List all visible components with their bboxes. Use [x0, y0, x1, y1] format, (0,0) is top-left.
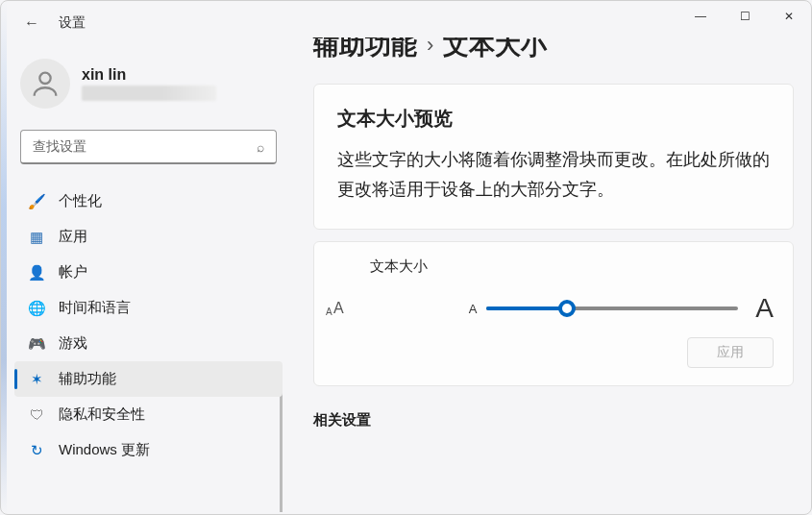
sidebar-item-gaming[interactable]: 🎮游戏 — [14, 326, 283, 361]
slider-fill — [486, 307, 567, 310]
preview-text: 这些文字的大小将随着你调整滑块而更改。在此处所做的更改将适用于设备上的大部分文字… — [337, 145, 770, 204]
sidebar-item-time-language[interactable]: 🌐时间和语言 — [14, 290, 283, 326]
sidebar: xin lin 查找设置 ⌕ 🖌️个性化▦应用👤帐户🌐时间和语言🎮游戏✶辅助功能… — [1, 37, 294, 512]
breadcrumb-current: 文本大小 — [443, 37, 547, 62]
back-button[interactable]: ← — [18, 11, 45, 36]
breadcrumb: 辅助功能 › 文本大小 — [313, 37, 794, 62]
preview-card: 文本大小预览 这些文字的大小将随着你调整滑块而更改。在此处所做的更改将适用于设备… — [313, 84, 794, 230]
accounts-icon: 👤 — [28, 264, 45, 282]
personalization-icon: 🖌️ — [28, 193, 45, 210]
slider-label: 文本大小 — [370, 258, 774, 276]
nav-list: 🖌️个性化▦应用👤帐户🌐时间和语言🎮游戏✶辅助功能🛡隐私和安全性↻Windows… — [14, 184, 283, 468]
sidebar-item-label: 辅助功能 — [59, 370, 116, 388]
search-input[interactable]: 查找设置 ⌕ — [20, 130, 277, 164]
sidebar-item-apps[interactable]: ▦应用 — [14, 219, 283, 255]
time-language-icon: 🌐 — [28, 300, 45, 317]
svg-point-0 — [39, 73, 50, 84]
privacy-icon: 🛡 — [28, 406, 45, 424]
sidebar-item-label: 游戏 — [59, 334, 87, 353]
profile-name: xin lin — [82, 66, 216, 84]
close-button[interactable]: ✕ — [767, 1, 811, 32]
maximize-button[interactable]: ☐ — [723, 1, 767, 32]
sidebar-item-label: 个性化 — [59, 192, 102, 210]
accessibility-icon: ✶ — [28, 371, 45, 388]
apply-button[interactable]: 应用 — [687, 337, 774, 368]
search-placeholder: 查找设置 — [33, 138, 257, 156]
slider-min-label: A — [469, 302, 478, 316]
apps-icon: ▦ — [28, 229, 45, 246]
sidebar-item-label: Windows 更新 — [59, 441, 150, 459]
gaming-icon: 🎮 — [28, 335, 45, 353]
sidebar-item-personalization[interactable]: 🖌️个性化 — [14, 184, 283, 219]
chevron-right-icon: › — [427, 37, 433, 58]
preview-title: 文本大小预览 — [337, 106, 770, 132]
sidebar-item-update[interactable]: ↻Windows 更新 — [14, 432, 283, 468]
minimize-button[interactable]: — — [678, 1, 723, 32]
breadcrumb-parent[interactable]: 辅助功能 — [313, 37, 417, 62]
sidebar-item-label: 隐私和安全性 — [59, 405, 145, 424]
sidebar-item-privacy[interactable]: 🛡隐私和安全性 — [14, 397, 283, 432]
slider-max-label: A — [755, 293, 774, 324]
text-size-icon: A — [333, 300, 344, 317]
profile-section[interactable]: xin lin — [14, 47, 283, 126]
sidebar-item-accounts[interactable]: 👤帐户 — [14, 255, 283, 290]
profile-email — [82, 86, 216, 101]
avatar — [20, 59, 70, 109]
text-size-card: 文本大小 A A A 应用 — [313, 241, 794, 386]
text-size-slider[interactable] — [486, 307, 738, 310]
main-content: 辅助功能 › 文本大小 文本大小预览 这些文字的大小将随着你调整滑块而更改。在此… — [294, 37, 811, 512]
sidebar-item-label: 应用 — [59, 228, 87, 246]
slider-thumb[interactable] — [558, 300, 576, 317]
app-title: 设置 — [59, 14, 86, 32]
search-icon: ⌕ — [257, 139, 264, 155]
sidebar-item-label: 帐户 — [59, 263, 87, 282]
sidebar-item-label: 时间和语言 — [59, 299, 131, 317]
related-section-title: 相关设置 — [313, 411, 794, 429]
update-icon: ↻ — [28, 442, 45, 459]
sidebar-item-accessibility[interactable]: ✶辅助功能 — [14, 361, 283, 397]
